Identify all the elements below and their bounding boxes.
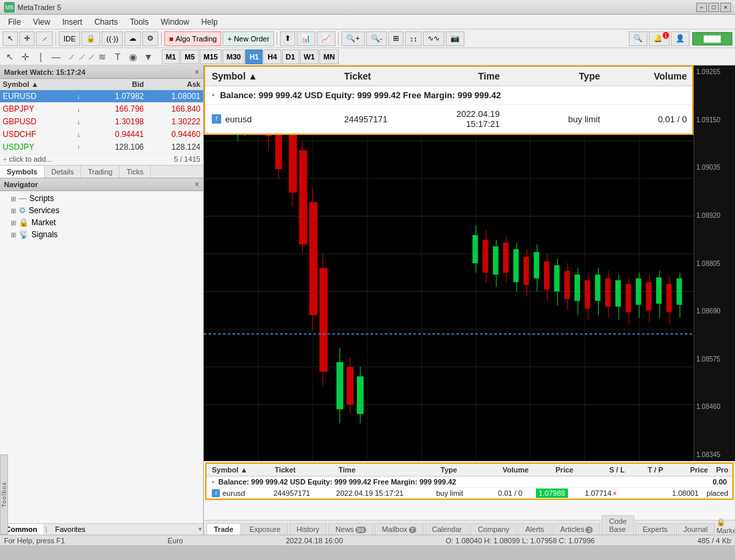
nav-item-signals[interactable]: ⊞ 📡 Signals	[0, 229, 203, 241]
mailbox-badge: 7	[409, 527, 416, 533]
menu-view[interactable]: View	[27, 16, 55, 28]
grid-btn[interactable]: ⊞	[388, 31, 404, 46]
new-order-button[interactable]: + New Order	[223, 31, 274, 46]
tab-experts[interactable]: Experts	[635, 523, 675, 535]
col-dir	[74, 79, 90, 90]
menu-charts[interactable]: Charts	[89, 16, 123, 28]
line-chart-btn[interactable]: 📈	[317, 31, 335, 46]
cloud-button[interactable]: ☁	[124, 31, 141, 46]
tf-h1[interactable]: H1	[245, 49, 263, 64]
add-symbol-row[interactable]: + click to add... 5 / 1415	[0, 154, 203, 165]
ide-button[interactable]: IDE	[59, 31, 80, 46]
notification-btn[interactable]: 🔔1	[649, 31, 670, 46]
tab-journal[interactable]: Journal	[676, 523, 715, 535]
tab-trade[interactable]: Trade	[206, 523, 241, 535]
market-watch-close[interactable]: ×	[194, 67, 199, 77]
menu-window[interactable]: Window	[156, 16, 195, 28]
table-row[interactable]: USDJPY ↑ 128.106 128.124	[0, 141, 203, 154]
minimize-button[interactable]: −	[696, 3, 707, 12]
nav-item-market[interactable]: ⊞ 🔒 Market	[0, 217, 203, 229]
screenshot-btn[interactable]: 📷	[446, 31, 464, 46]
menu-help[interactable]: Help	[196, 16, 223, 28]
navigator-close[interactable]: ×	[194, 180, 199, 189]
menu-file[interactable]: File	[3, 16, 26, 28]
tab-symbols[interactable]: Symbols	[0, 166, 45, 178]
tab-calendar[interactable]: Calendar	[425, 523, 470, 535]
market-watch-tabs: Symbols Details Trading Ticks	[0, 165, 203, 178]
tf-m30[interactable]: M30	[223, 49, 245, 64]
vol-btn[interactable]: ↕↕	[405, 31, 422, 46]
settings-button[interactable]: ⚙	[142, 31, 158, 46]
lock-button[interactable]: 🔒	[82, 31, 100, 46]
profile-btn[interactable]: 👤	[671, 31, 690, 46]
radio-button[interactable]: ((·))	[102, 31, 123, 46]
status-bar: For Help, press F1 Euro 2022.04.18 16:00…	[0, 535, 735, 545]
bt-trade-row[interactable]: f eurusd 244957171 2022.04.19 15:17:21 b…	[206, 488, 732, 499]
tf-mn[interactable]: MN	[319, 49, 339, 64]
tab-mailbox[interactable]: Mailbox7	[375, 523, 424, 535]
nav-label: Market	[31, 218, 56, 227]
tab-ticks[interactable]: Ticks	[120, 166, 150, 178]
tab-favorites[interactable]: Favorites	[50, 524, 91, 535]
trade-row[interactable]: f eurusd 244957171 2022.04.19 15:17:21 b…	[205, 105, 692, 134]
bt-time-cell: 2022.04.19 15:17:21	[332, 488, 432, 499]
hline-tool[interactable]: —	[49, 50, 63, 63]
crosshair-tool[interactable]: ✛	[19, 31, 35, 46]
tab-trading[interactable]: Trading	[81, 166, 120, 178]
table-row[interactable]: USDCHF ↓ 0.94441 0.94460	[0, 128, 203, 141]
bt-sl-cell: 1.07714 ×	[571, 488, 621, 499]
app-title: MetaTrader 5	[17, 3, 61, 11]
tab-details[interactable]: Details	[45, 166, 82, 178]
bullet-icon: •	[212, 91, 214, 100]
col-ask: Ask	[146, 79, 203, 90]
nav-item-scripts[interactable]: ⊞ — Scripts	[0, 192, 203, 204]
tab-alerts[interactable]: Alerts	[518, 523, 551, 535]
menu-insert[interactable]: Insert	[57, 16, 88, 28]
tab-news[interactable]: News99	[328, 523, 374, 535]
line-tool[interactable]: ⟋	[36, 31, 53, 46]
tf-d1[interactable]: D1	[282, 49, 299, 64]
maximize-button[interactable]: □	[708, 3, 719, 12]
shape-tool[interactable]: ◉	[126, 50, 140, 63]
cross-tool[interactable]: ✛	[18, 50, 33, 63]
tf-m5[interactable]: M5	[180, 49, 198, 64]
bth-symbol: Symbol ▲	[206, 464, 271, 476]
more-tool[interactable]: ▼	[141, 50, 156, 63]
table-row[interactable]: GBPUSD ↓ 1.30198 1.30222	[0, 116, 203, 128]
zoom-in-btn[interactable]: 🔍+	[341, 31, 364, 46]
text-tool[interactable]: T	[110, 50, 125, 63]
zoom-out-btn[interactable]: 🔍-	[366, 31, 388, 46]
up-arrow-btn[interactable]: ⬆	[280, 31, 295, 46]
market-status-icon[interactable]: 🔒 Market	[716, 518, 735, 535]
regression-tool[interactable]: ≋	[95, 50, 110, 63]
table-row[interactable]: GBPJPY ↓ 166.796 166.840	[0, 103, 203, 116]
tf-w1[interactable]: W1	[300, 49, 319, 64]
bt-status-cell: placed	[703, 488, 732, 499]
search-btn[interactable]: 🔍	[629, 31, 647, 46]
nav-item-services[interactable]: ⊞ ⚙ Services	[0, 204, 203, 217]
tab-history[interactable]: History	[289, 523, 327, 535]
price-level: 1.08345	[696, 451, 733, 458]
tf-m15[interactable]: M15	[200, 49, 222, 64]
bar-chart-btn[interactable]: 📊	[297, 31, 315, 46]
scripts-icon: —	[19, 194, 27, 203]
arrow-tool[interactable]: ↖	[3, 50, 17, 63]
channel-tool[interactable]: ⟋⟋	[80, 50, 94, 63]
menu-tools[interactable]: Tools	[125, 16, 154, 28]
tab-exposure[interactable]: Exposure	[242, 523, 287, 535]
cursor-tool[interactable]: ↖	[3, 31, 18, 46]
tab-company[interactable]: Company	[470, 523, 517, 535]
bottom-section: Symbol ▲ Ticket Time Type Volume Price S…	[204, 461, 735, 535]
tab-codebase[interactable]: Code Base	[601, 515, 633, 535]
table-row[interactable]: EURUSD ↓ 1.07982 1.08001	[0, 90, 203, 103]
close-button[interactable]: ×	[720, 3, 731, 12]
tf-m1[interactable]: M1	[162, 49, 180, 64]
sl-clear-btn[interactable]: ×	[613, 490, 617, 497]
tab-articles[interactable]: Articles3	[553, 523, 600, 535]
tf-h4[interactable]: H4	[263, 49, 281, 64]
trendline-tool[interactable]: ⟋	[64, 50, 79, 63]
window-controls[interactable]: − □ ×	[696, 3, 731, 12]
indicator-btn[interactable]: ∿∿	[423, 31, 444, 46]
vline-tool[interactable]: |	[33, 50, 48, 63]
algo-trading-button[interactable]: ■ Algo Trading	[164, 31, 221, 46]
